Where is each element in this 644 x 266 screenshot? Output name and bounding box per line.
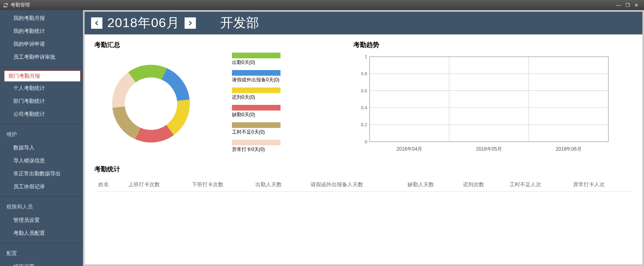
sidebar: 我的考勤月报 我的考勤统计 我的申诉申请 员工考勤申诉审批 部门考勤月报 个人考… [0,10,83,266]
stats-title: 考勤统计 [94,165,633,174]
legend-item: 迟到0天(0) [232,87,281,101]
legend-label: 异常打卡0天(0) [232,147,265,152]
sidebar-item-dept-stats[interactable]: 部门考勤统计 [0,95,83,108]
sidebar-header-perm: 权限和人员 [0,200,83,214]
svg-text:0.6: 0.6 [361,88,367,93]
summary-title: 考勤汇总 [94,41,341,49]
legend-item: 出勤0天(0) [232,53,281,66]
sidebar-item-dept-monthly[interactable]: 部门考勤月报 [4,70,81,82]
refresh-icon[interactable] [3,3,8,8]
donut-slice [162,68,189,101]
svg-text:2018年05月: 2018年05月 [476,146,502,152]
sidebar-item-my-stats[interactable]: 我的考勤统计 [0,25,83,38]
legend-item: 工时不足0天(0) [232,122,281,136]
donut-legend: 出勤0天(0)请假或外出报备0天(0)迟到0天(0)缺勤0天(0)工时不足0天(… [232,53,281,157]
legend-label: 迟到0天(0) [232,94,255,100]
titlebar: 考勤管理 — ❐ ✕ [0,0,644,10]
sidebar-item-my-monthly[interactable]: 我的考勤月报 [0,12,83,25]
table-header: 异常打卡人次 [569,178,633,192]
sidebar-header-config: 配置 [0,247,83,260]
svg-text:0.2: 0.2 [361,122,367,127]
sidebar-item-admin[interactable]: 管理员设置 [0,214,83,227]
department-name: 开发部 [196,14,259,32]
table-header: 下班打卡次数 [188,178,251,192]
trend-title: 考勤趋势 [353,41,633,49]
donut-slice [113,106,140,139]
svg-rect-19 [370,57,608,142]
donut-slice [135,125,174,143]
svg-text:1: 1 [365,54,367,59]
sidebar-item-staff[interactable]: 考勤人员配置 [0,227,83,240]
legend-label: 出勤0天(0) [232,60,255,65]
header-strip: 2018年06月 开发部 [85,12,642,34]
attendance-donut-chart [94,53,208,150]
sidebar-item-abnormal-export[interactable]: 非正常出勤数据导出 [0,167,83,180]
stats-table: 姓名上班打卡次数下班打卡次数出勤人天数请假或外出报备人天数缺勤人天数迟到次数工时… [94,178,633,192]
sidebar-item-my-appeal[interactable]: 我的申诉申请 [0,38,83,51]
sidebar-item-import-error[interactable]: 导入错误信息 [0,154,83,167]
legend-swatch [232,87,281,93]
legend-label: 缺勤0天(0) [232,112,255,117]
table-header: 缺勤人天数 [404,178,459,192]
legend-item: 异常打卡0天(0) [232,140,281,153]
svg-text:0.8: 0.8 [361,71,367,76]
sidebar-item-vacation[interactable]: 员工休假记录 [0,180,83,193]
table-header: 姓名 [94,178,124,192]
donut-slice [128,65,167,83]
legend-swatch [232,105,281,111]
prev-month-button[interactable] [91,17,102,29]
legend-swatch [232,122,281,128]
svg-text:0: 0 [365,139,367,144]
legend-swatch [232,53,281,58]
sidebar-item-import[interactable]: 数据导入 [0,141,83,154]
svg-text:2018年06月: 2018年06月 [556,146,582,152]
svg-text:2018年04月: 2018年04月 [396,146,422,152]
table-header: 上班打卡次数 [124,178,188,192]
table-header: 请假或外出报备人天数 [306,178,404,192]
legend-label: 请假或外出报备0天(0) [232,77,279,83]
svg-text:0.4: 0.4 [361,105,367,110]
sidebar-item-emp-appeal[interactable]: 员工考勤申诉审批 [0,51,83,64]
sidebar-item-shift[interactable]: 排班设置 [0,260,83,266]
sidebar-item-person-stats[interactable]: 个人考勤统计 [0,82,83,95]
legend-item: 请假或外出报备0天(0) [232,70,281,83]
window-title: 考勤管理 [11,2,30,9]
next-month-button[interactable] [185,17,196,29]
attendance-trend-chart: 00.20.40.60.812018年04月2018年05月2018年06月 [353,53,612,154]
current-month: 2018年06月 [102,14,185,32]
minimize-button[interactable]: — [614,2,623,8]
maximize-button[interactable]: ❐ [623,2,632,8]
table-header: 工时不足人次 [506,178,569,192]
sidebar-header-maintain: 维护 [0,128,83,141]
legend-swatch [232,70,281,76]
table-header: 迟到次数 [459,178,506,192]
legend-item: 缺勤0天(0) [232,105,281,118]
legend-label: 工时不足0天(0) [232,129,265,135]
legend-swatch [232,140,281,145]
sidebar-item-company-stats[interactable]: 公司考勤统计 [0,108,83,121]
table-header: 出勤人天数 [251,178,306,192]
close-button[interactable]: ✕ [632,2,641,8]
